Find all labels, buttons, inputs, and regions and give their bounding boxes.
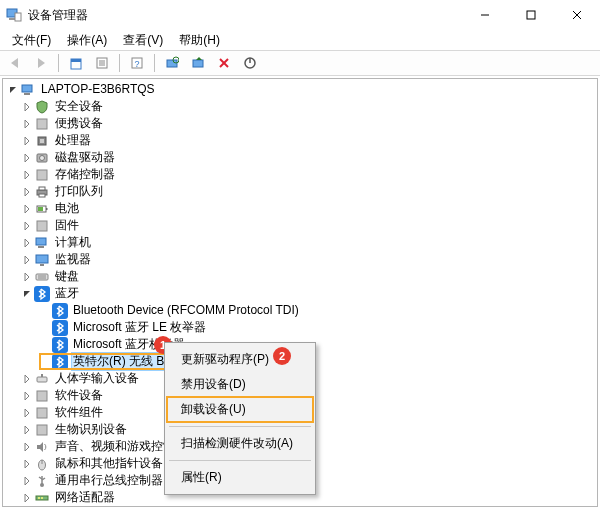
context-menu-properties[interactable]: 属性(R) xyxy=(167,465,313,490)
tree-item-label: 处理器 xyxy=(53,132,93,149)
svg-point-66 xyxy=(41,497,43,499)
expander-icon[interactable] xyxy=(21,494,33,502)
expander-icon[interactable] xyxy=(21,443,33,451)
expander-icon[interactable] xyxy=(21,120,33,128)
tree-item[interactable]: 存储控制器 xyxy=(5,166,597,183)
update-driver-button[interactable] xyxy=(187,52,209,74)
tree-item[interactable]: Bluetooth Device (RFCOMM Protocol TDI) xyxy=(5,302,597,319)
expander-icon[interactable] xyxy=(21,375,33,383)
context-menu-scan[interactable]: 扫描检测硬件改动(A) xyxy=(167,431,313,456)
tree-item[interactable]: 系统设备 xyxy=(5,506,597,507)
toolbar: ? xyxy=(0,50,600,76)
expander-icon[interactable] xyxy=(21,188,33,196)
-icon xyxy=(34,422,50,438)
svg-rect-27 xyxy=(37,119,47,129)
toolbar-separator xyxy=(154,54,155,72)
expander-icon[interactable] xyxy=(21,409,33,417)
tree-item-label: 固件 xyxy=(53,217,81,234)
expander-icon[interactable] xyxy=(21,205,33,213)
tree-item[interactable]: 处理器 xyxy=(5,132,597,149)
battery-icon xyxy=(34,201,50,217)
svg-marker-57 xyxy=(37,442,43,452)
tree-item[interactable]: 安全设备 xyxy=(5,98,597,115)
-icon xyxy=(34,507,50,508)
expander-icon[interactable] xyxy=(21,239,33,247)
tree-item[interactable]: 监视器 xyxy=(5,251,597,268)
tree-item-label: Microsoft 蓝牙 LE 枚举器 xyxy=(71,319,208,336)
tree-item-bluetooth[interactable]: 蓝牙 xyxy=(5,285,597,302)
mouse-icon xyxy=(34,456,50,472)
show-hidden-button[interactable] xyxy=(65,52,87,74)
tree-item[interactable]: 电池 xyxy=(5,200,597,217)
menu-file[interactable]: 文件(F) xyxy=(4,30,59,51)
tree-item[interactable]: 固件 xyxy=(5,217,597,234)
svg-rect-40 xyxy=(36,238,46,245)
svg-rect-35 xyxy=(39,194,45,197)
tree-item[interactable]: 打印队列 xyxy=(5,183,597,200)
menu-action[interactable]: 操作(A) xyxy=(59,30,115,51)
svg-rect-32 xyxy=(37,170,47,180)
properties-button[interactable] xyxy=(91,52,113,74)
svg-rect-44 xyxy=(36,274,48,280)
keyboard-icon xyxy=(34,269,50,285)
tree-item-label: 人体学输入设备 xyxy=(53,370,141,387)
tree-item-label: 网络适配器 xyxy=(53,489,117,506)
tree-item[interactable]: 计算机 xyxy=(5,234,597,251)
back-button[interactable] xyxy=(4,52,26,74)
expander-icon[interactable] xyxy=(7,86,19,94)
menu-view[interactable]: 查看(V) xyxy=(115,30,171,51)
expander-icon[interactable] xyxy=(21,290,33,298)
tree-item-label: 鼠标和其他指针设备 xyxy=(53,455,165,472)
expander-icon[interactable] xyxy=(21,256,33,264)
window-title: 设备管理器 xyxy=(28,7,88,24)
close-button[interactable] xyxy=(554,0,600,30)
tree-item[interactable]: 磁盘驱动器 xyxy=(5,149,597,166)
device-tree[interactable]: LAPTOP-E3B6RTQS安全设备便携设备处理器磁盘驱动器存储控制器打印队列… xyxy=(2,78,598,507)
disable-button[interactable] xyxy=(239,52,261,74)
svg-rect-56 xyxy=(37,425,47,435)
tree-item[interactable]: Microsoft 蓝牙 LE 枚举器 xyxy=(5,319,597,336)
expander-icon[interactable] xyxy=(21,137,33,145)
tree-root[interactable]: LAPTOP-E3B6RTQS xyxy=(5,81,597,98)
bluetooth-icon xyxy=(34,286,50,302)
expander-icon[interactable] xyxy=(21,460,33,468)
svg-rect-10 xyxy=(71,59,81,62)
expander-icon[interactable] xyxy=(21,154,33,162)
context-menu-separator xyxy=(169,460,311,461)
svg-rect-42 xyxy=(36,255,48,263)
-icon xyxy=(34,405,50,421)
context-menu-uninstall[interactable]: 卸载设备(U) xyxy=(167,397,313,422)
context-menu-disable[interactable]: 禁用设备(D) xyxy=(167,372,313,397)
-icon xyxy=(34,116,50,132)
maximize-button[interactable] xyxy=(508,0,554,30)
tree-item-label: 蓝牙 xyxy=(53,285,81,302)
toolbar-separator xyxy=(119,54,120,72)
minimize-button[interactable] xyxy=(462,0,508,30)
hid-icon xyxy=(34,371,50,387)
toolbar-separator xyxy=(58,54,59,72)
forward-button[interactable] xyxy=(30,52,52,74)
usb-icon xyxy=(34,473,50,489)
help-button[interactable]: ? xyxy=(126,52,148,74)
tree-item[interactable]: 键盘 xyxy=(5,268,597,285)
svg-rect-17 xyxy=(167,60,177,67)
tree-item-label: 计算机 xyxy=(53,234,93,251)
tree-item-label: 打印队列 xyxy=(53,183,105,200)
expander-icon[interactable] xyxy=(21,103,33,111)
context-menu-separator xyxy=(169,426,311,427)
uninstall-button[interactable] xyxy=(213,52,235,74)
expander-icon[interactable] xyxy=(21,426,33,434)
expander-icon[interactable] xyxy=(21,273,33,281)
svg-marker-7 xyxy=(11,58,18,68)
menu-help[interactable]: 帮助(H) xyxy=(171,30,228,51)
expander-icon[interactable] xyxy=(21,222,33,230)
expander-icon[interactable] xyxy=(21,477,33,485)
expander-icon[interactable] xyxy=(21,171,33,179)
scan-hardware-button[interactable] xyxy=(161,52,183,74)
svg-rect-37 xyxy=(46,208,48,210)
tree-item[interactable]: 便携设备 xyxy=(5,115,597,132)
context-menu-update-driver[interactable]: 更新驱动程序(P) xyxy=(167,347,313,372)
expander-icon[interactable] xyxy=(21,392,33,400)
svg-line-5 xyxy=(573,11,581,19)
tree-item-label: 软件组件 xyxy=(53,404,105,421)
